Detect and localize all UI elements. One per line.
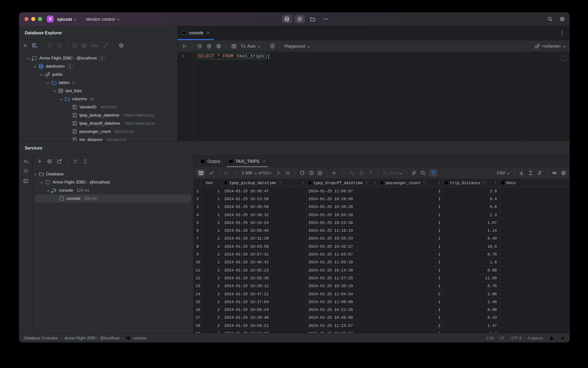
cell[interactable]: 1 (201, 211, 222, 219)
jump-to-ddl-icon[interactable] (103, 43, 108, 48)
cell[interactable]: 2024-01-25 10:39:40 (222, 314, 306, 322)
cell[interactable]: 2024-01-25 10:28:12 (222, 282, 306, 290)
cell[interactable]: 2 (201, 314, 222, 322)
cell[interactable]: 1 (378, 298, 443, 306)
cell[interactable]: 1 (378, 195, 443, 203)
filter-panel-icon[interactable] (429, 169, 438, 177)
line-separator[interactable]: LF (500, 336, 504, 340)
zoom-window-button[interactable] (38, 17, 42, 21)
stop-icon[interactable] (270, 44, 275, 49)
column-header-trip[interactable]: trip_distance (443, 179, 499, 187)
cell[interactable]: 2 (201, 250, 222, 258)
table-row[interactable]: 10 1 2024-01-25 10:40:41 2024-01-25 11:0… (194, 258, 570, 266)
cell[interactable]: 1 (378, 250, 443, 258)
add-row-icon[interactable] (331, 170, 337, 176)
cell[interactable]: 2.06 (443, 290, 499, 298)
cell[interactable] (499, 235, 570, 243)
filter-icon[interactable] (278, 181, 282, 185)
history-icon[interactable] (197, 43, 202, 49)
cell[interactable]: 2024-01-25 11:05:18 (306, 258, 378, 266)
first-page-icon[interactable] (223, 170, 229, 176)
export-download-icon[interactable] (519, 170, 524, 176)
cell[interactable]: 1 (378, 306, 443, 314)
cell[interactable]: 1 (378, 227, 443, 235)
corner-cell[interactable] (194, 179, 201, 187)
cell[interactable]: 2 (378, 322, 443, 330)
cell[interactable]: 2024-01-25 10:40:41 (222, 258, 306, 266)
cell[interactable] (499, 211, 570, 219)
breadcrumb-item[interactable]: Database Consoles (24, 336, 58, 340)
chart-view-icon[interactable] (209, 170, 214, 176)
cell[interactable]: 2 (201, 282, 222, 290)
row-number[interactable]: 12 (194, 274, 201, 282)
cell[interactable]: 2024-01-25 10:21:26 (306, 306, 378, 314)
cell[interactable]: 0.68 (443, 266, 499, 274)
cell[interactable]: 1 (378, 266, 443, 274)
filter-icon[interactable] (214, 181, 216, 185)
tree-item-schema[interactable]: public (19, 70, 177, 79)
editor-options-icon[interactable] (560, 30, 565, 36)
chevron-down-icon[interactable] (46, 81, 49, 84)
cell[interactable]: 0.75 (443, 282, 499, 290)
table-row[interactable]: 9 2 2024-01-25 10:57:31 2024-01-25 11:03… (194, 250, 570, 258)
cell[interactable]: 2024-01-25 10:23:36 (306, 219, 378, 227)
cell[interactable]: 2024-01-25 10:06:24 (222, 306, 306, 314)
filter-icon[interactable] (422, 181, 426, 185)
cell[interactable]: 2.46 (443, 298, 499, 306)
tree-item-table[interactable]: taxi_trips (19, 87, 177, 95)
last-page-icon[interactable] (285, 170, 290, 176)
cell[interactable]: 1.8 (443, 258, 499, 266)
disconnect-icon[interactable] (57, 43, 62, 48)
row-number[interactable]: 8 (194, 242, 201, 250)
cell[interactable]: 1.3 (443, 211, 499, 219)
chevron-down-icon[interactable] (34, 65, 36, 68)
cell[interactable]: 2024-01-25 10:36:47 (222, 187, 306, 195)
chevron-down-icon[interactable] (40, 73, 43, 76)
table-row[interactable]: 13 2 2024-01-25 10:28:12 2024-01-25 10:3… (194, 282, 570, 290)
cell[interactable]: 1 (378, 314, 443, 322)
table-row[interactable]: 17 2 2024-01-25 10:39:40 2024-01-25 10:4… (194, 314, 570, 322)
expand-all-icon[interactable] (73, 158, 78, 164)
cell[interactable]: 2 (201, 290, 222, 298)
cell[interactable]: 2024-01-25 10:38:32 (222, 211, 306, 219)
tree-item-column[interactable]: trip_distance DOUBLE(0) (19, 136, 177, 141)
cell[interactable]: 1 (378, 203, 443, 211)
submit-icon[interactable] (368, 170, 374, 176)
table-row[interactable]: 8 2 2024-01-25 10:03:50 2024-01-25 10:42… (194, 242, 570, 250)
close-window-button[interactable] (25, 17, 28, 21)
table-row[interactable]: 3 1 2024-01-25 10:30:56 2024-01-25 10:35… (194, 203, 570, 211)
stop-icon[interactable] (24, 169, 28, 173)
row-number[interactable]: 6 (194, 227, 201, 235)
cell[interactable]: 1 (378, 242, 443, 250)
cell[interactable]: 1 (378, 235, 443, 243)
table-row[interactable]: 2 1 2024-01-25 10:23:50 2024-01-25 10:26… (194, 195, 570, 203)
tab-output[interactable]: Output (197, 155, 223, 167)
cell[interactable]: 2024-01-25 11:06:57 (306, 187, 378, 195)
cell[interactable]: 1 (378, 274, 443, 282)
jump-to-console-icon[interactable] (72, 43, 77, 48)
chevron-down-icon[interactable] (53, 89, 56, 92)
cell[interactable] (499, 219, 570, 227)
cell[interactable]: 2024-01-25 10:55:43 (306, 235, 378, 243)
notifications-bell-icon[interactable] (560, 336, 565, 340)
cell[interactable]: 2024-01-25 10:14:38 (306, 266, 378, 274)
sort-icon[interactable] (493, 181, 498, 185)
cell[interactable]: 18.6 (443, 242, 499, 250)
cell[interactable]: 2 (378, 290, 443, 298)
view-options-icon[interactable] (552, 170, 557, 176)
cell[interactable]: 2024-01-25 10:53:20 (306, 211, 378, 219)
table-row[interactable]: 16 2 2024-01-25 10:06:24 2024-01-25 10:2… (194, 306, 570, 314)
cell[interactable]: 2024-01-25 10:58:45 (222, 227, 306, 235)
cell[interactable]: 1 (201, 203, 222, 211)
tree-item-column[interactable]: passenger_count BIGINT(19) (19, 128, 177, 136)
cell[interactable]: 2024-01-25 10:37:04 (222, 298, 306, 306)
cell[interactable]: 0.4 (443, 195, 499, 203)
revert-icon[interactable] (350, 170, 355, 176)
cell[interactable]: 2024-01-25 10:49:56 (306, 314, 378, 322)
cell[interactable]: 1.07 (443, 219, 499, 227)
tx-mode-select[interactable]: Tx: Auto (241, 44, 260, 48)
cell[interactable]: 2024-01-25 10:23:50 (222, 195, 306, 203)
sql-line[interactable]: SELECT * FROM taxi_trips ; (196, 53, 269, 59)
column-header-passenger[interactable]: passenger_count (378, 179, 443, 187)
column-header-rate[interactable]: Rate (499, 179, 570, 187)
